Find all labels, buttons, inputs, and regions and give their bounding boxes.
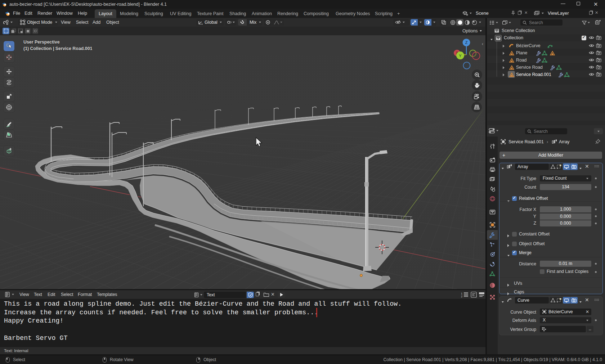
svg-text:Y: Y [459, 54, 462, 58]
svg-text:2: 2 [461, 295, 462, 298]
svg-text:Z: Z [465, 40, 468, 45]
